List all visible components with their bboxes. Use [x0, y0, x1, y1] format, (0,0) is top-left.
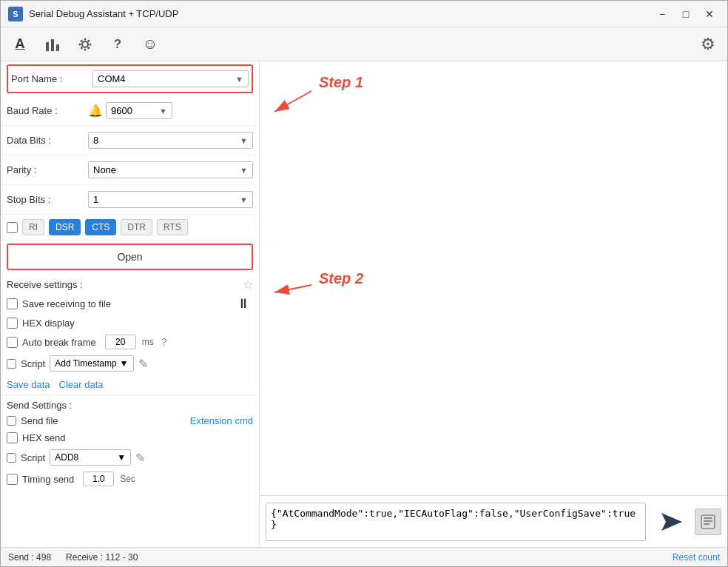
timing-send-checkbox[interactable] — [7, 474, 18, 485]
ri-signal-btn[interactable]: RI — [22, 219, 44, 235]
hex-display-label: HEX display — [22, 318, 75, 329]
port-name-select[interactable]: COM4 ▼ — [92, 70, 249, 87]
chart-toolbar-btn[interactable] — [39, 31, 66, 58]
status-bar: Send : 498 Receive : 112 - 30 Reset coun… — [1, 547, 727, 566]
dsr-signal-btn[interactable]: DSR — [49, 219, 81, 235]
baud-rate-row: Baud Rate : 🔔 9600 ▼ — [7, 99, 253, 122]
parity-select[interactable]: None ▼ — [88, 161, 253, 178]
script-row: Script Add Timestamp ▼ ✎ — [1, 352, 259, 375]
svg-rect-20 — [704, 520, 712, 522]
auto-break-help-icon[interactable]: ? — [161, 336, 167, 348]
app-icon: S — [8, 7, 23, 21]
send-button[interactable] — [652, 503, 689, 540]
title-bar: S Serial Debug Assistant + TCP/UDP − □ ✕ — [1, 1, 727, 27]
svg-rect-21 — [704, 523, 710, 525]
port-name-row: Port Name : COM4 ▼ — [11, 67, 249, 90]
open-btn-container: Open — [7, 244, 253, 270]
receive-status: Receive : 112 - 30 — [66, 552, 138, 563]
minimize-button[interactable]: − — [652, 5, 673, 23]
auto-break-checkbox[interactable] — [7, 337, 18, 348]
parity-label: Parity : — [7, 164, 88, 175]
cts-signal-btn[interactable]: CTS — [85, 219, 116, 235]
reset-count-link[interactable]: Reset count — [673, 552, 720, 563]
data-actions: Save data Clear data — [1, 375, 259, 395]
settings-toolbar-btn[interactable]: ⚙ — [695, 31, 721, 58]
hex-send-row: HEX send — [1, 429, 259, 446]
timing-send-unit: Sec — [120, 474, 135, 484]
baud-rate-select[interactable]: 9600 ▼ — [106, 102, 172, 119]
send-file-label: Send file — [21, 415, 58, 426]
baud-rate-label: Baud Rate : — [7, 105, 88, 116]
port-name-label: Port Name : — [11, 73, 92, 84]
send-textarea[interactable]: {"AtCommandMode":true,"IECAutoFlag":fals… — [266, 503, 646, 541]
data-bits-label: Data Bits : — [7, 135, 88, 146]
script2-checkbox[interactable] — [7, 453, 16, 463]
stop-bits-value: 1 — [93, 194, 98, 205]
script2-edit-icon[interactable]: ✎ — [135, 451, 145, 465]
data-bits-row: Data Bits : 8 ▼ — [7, 129, 253, 152]
auto-break-unit: ms — [142, 337, 154, 347]
svg-point-6 — [79, 43, 81, 45]
auto-break-row: Auto break frame 20 ms ? — [1, 332, 259, 352]
svg-point-9 — [87, 47, 90, 49]
send-file-row: Send file Extension cmd — [1, 412, 259, 429]
save-receiving-row: Save receiving to file ⏸ — [1, 293, 259, 315]
open-button[interactable]: Open — [8, 245, 252, 269]
svg-marker-17 — [661, 513, 682, 531]
data-bits-group: Data Bits : 8 ▼ — [1, 126, 259, 155]
help-toolbar-btn[interactable]: ? — [104, 31, 131, 58]
hex-send-label: HEX send — [22, 432, 66, 443]
pause-button[interactable]: ⏸ — [234, 296, 253, 312]
script-select[interactable]: Add Timestamp ▼ — [50, 355, 133, 372]
rts-signal-btn[interactable]: RTS — [157, 219, 188, 235]
attachment-icon[interactable] — [695, 509, 721, 535]
save-receiving-label: Save receiving to file — [22, 298, 111, 309]
parity-row: Parity : None ▼ — [7, 158, 253, 181]
clear-data-link[interactable]: Clear data — [59, 379, 104, 390]
signal-row: RI DSR CTS DTR RTS — [1, 215, 259, 241]
main-area: Step 1 Step 2 {"AtCommandMode":true,"IEC… — [260, 61, 727, 547]
baud-rate-group: Baud Rate : 🔔 9600 ▼ — [1, 96, 259, 126]
send-file-checkbox[interactable] — [7, 416, 16, 426]
send-status: Send : 498 — [8, 552, 51, 563]
port-name-value: COM4 — [98, 73, 126, 84]
extension-cmd-link[interactable]: Extension cmd — [190, 415, 253, 426]
svg-point-3 — [82, 41, 88, 47]
send-area: {"AtCommandMode":true,"IECAutoFlag":fals… — [260, 495, 727, 547]
ri-checkbox[interactable] — [7, 222, 18, 233]
baud-rate-value: 9600 — [111, 105, 132, 116]
font-toolbar-btn[interactable]: A — [7, 31, 33, 58]
script-value: Add Timestamp — [55, 358, 116, 369]
auto-break-input[interactable]: 20 — [105, 335, 136, 349]
emoji-toolbar-btn[interactable]: ☺ — [137, 31, 164, 58]
script-edit-icon[interactable]: ✎ — [138, 357, 148, 371]
save-data-link[interactable]: Save data — [7, 379, 50, 390]
timing-send-input[interactable] — [83, 472, 114, 486]
svg-point-11 — [81, 47, 83, 49]
tools-toolbar-btn[interactable] — [72, 31, 98, 58]
send-settings-label: Send Settings : — [7, 400, 72, 411]
dtr-signal-btn[interactable]: DTR — [121, 219, 152, 235]
star-icon[interactable]: ☆ — [243, 278, 253, 292]
script2-label: Script — [21, 452, 45, 463]
hex-display-checkbox[interactable] — [7, 318, 18, 329]
timing-send-label: Timing send — [22, 474, 74, 485]
stop-bits-select[interactable]: 1 ▼ — [88, 191, 253, 208]
data-bits-value: 8 — [93, 135, 98, 146]
stop-bits-label: Stop Bits : — [7, 194, 88, 205]
close-button[interactable]: ✕ — [699, 5, 720, 23]
data-bits-select[interactable]: 8 ▼ — [88, 132, 253, 149]
script-checkbox[interactable] — [7, 359, 16, 369]
svg-point-4 — [84, 38, 87, 40]
script2-select[interactable]: ADD8 ▼ — [50, 449, 131, 466]
receive-display — [260, 61, 727, 495]
receive-settings-label: Receive settings : — [7, 279, 83, 290]
stop-bits-group: Stop Bits : 1 ▼ — [1, 185, 259, 215]
hex-send-checkbox[interactable] — [7, 432, 18, 443]
maximize-button[interactable]: □ — [675, 5, 696, 23]
script2-value: ADD8 — [55, 452, 78, 463]
script-label: Script — [21, 358, 45, 369]
receive-settings-header: Receive settings : ☆ — [1, 273, 259, 293]
save-receiving-checkbox[interactable] — [7, 298, 18, 309]
auto-break-label: Auto break frame — [22, 337, 96, 348]
